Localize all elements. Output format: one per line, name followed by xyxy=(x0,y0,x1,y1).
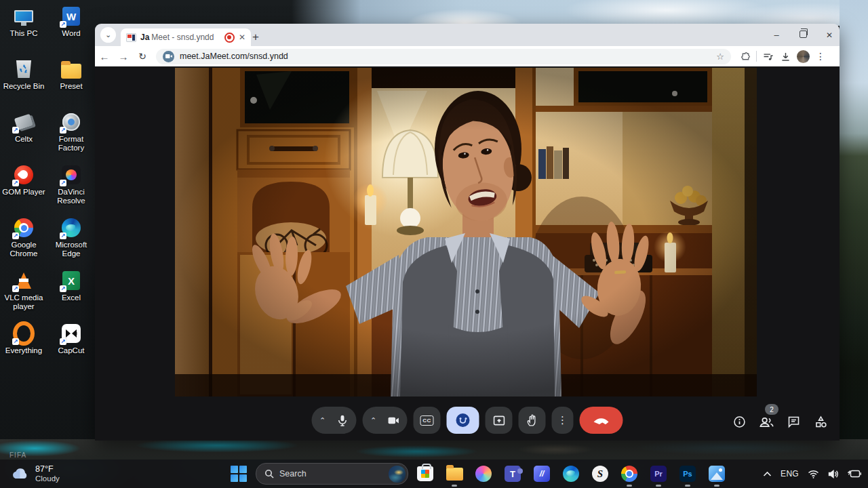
battery-icon[interactable] xyxy=(848,470,861,478)
profile-avatar[interactable] xyxy=(794,50,812,63)
taskbar-app-teams[interactable]: T xyxy=(504,465,521,483)
taskbar-app-photoshop[interactable]: Ps xyxy=(679,465,696,483)
activities-icon[interactable] xyxy=(812,413,829,430)
tray-chevron-icon[interactable] xyxy=(763,471,772,477)
phone-handset-icon xyxy=(593,416,610,424)
meeting-video-scene xyxy=(175,68,757,396)
desktop-icon-format-factory[interactable]: ↗ Format Factory xyxy=(47,108,95,161)
taskbar-app-premiere[interactable]: Pr xyxy=(650,465,667,483)
meet-secondary-controls: 2 xyxy=(731,413,829,430)
camera-options-chevron-icon[interactable]: ⌃ xyxy=(366,416,382,425)
back-button[interactable]: ← xyxy=(95,51,114,62)
search-highlight-image[interactable] xyxy=(389,466,406,483)
desktop-icon-word[interactable]: W↗ Word xyxy=(47,3,95,56)
desktop-icon-capcut[interactable]: ↗ CapCut xyxy=(47,320,95,373)
window-restore-button[interactable] xyxy=(793,29,813,41)
volume-icon[interactable] xyxy=(828,470,839,479)
window-minimize-button[interactable]: – xyxy=(766,29,787,41)
partial-desktop-label: FIFA xyxy=(9,451,26,460)
window-close-button[interactable]: ✕ xyxy=(819,29,840,41)
taskbar-app-copilot[interactable] xyxy=(475,465,492,483)
windows-logo-icon xyxy=(229,464,248,483)
end-call-button[interactable] xyxy=(580,407,623,434)
desktop-icon-vlc[interactable]: ↗ VLC media player xyxy=(0,267,47,320)
taskbar-app-photos[interactable] xyxy=(708,465,726,483)
taskbar-app-edge[interactable] xyxy=(562,465,580,483)
camera-icon[interactable] xyxy=(382,413,405,428)
desktop-icon-grid: This PC W↗ Word Recycle Bin Preset ↗ Cel… xyxy=(0,3,95,373)
desktop-icon-this-pc[interactable]: This PC xyxy=(0,3,47,56)
captions-button[interactable]: CC xyxy=(414,407,441,434)
cloud-icon xyxy=(11,467,30,481)
active-tab[interactable]: JaMeet - snsd.yndd ✕ xyxy=(121,28,251,46)
media-controls-icon[interactable] xyxy=(759,51,776,62)
taskbar-app-file-explorer[interactable] xyxy=(446,465,463,483)
reactions-button[interactable] xyxy=(447,407,479,434)
taskbar: 87°F Cloudy Search T // S Pr Ps ENG xyxy=(0,460,868,488)
browser-menu-icon[interactable]: ⋮ xyxy=(812,51,829,62)
wifi-icon[interactable] xyxy=(808,470,819,479)
this-pc-icon xyxy=(13,5,35,27)
raise-hand-button[interactable] xyxy=(519,407,546,434)
taskbar-center: Search T // S Pr Ps xyxy=(226,463,729,485)
url-text: meet.JaMeet.com/snsd.yndd xyxy=(180,52,711,61)
extensions-icon[interactable] xyxy=(736,51,754,62)
format-factory-icon: ↗ xyxy=(60,111,82,133)
search-icon xyxy=(264,469,274,479)
camera-button-group[interactable]: ⌃ xyxy=(363,407,408,434)
recycle-bin-icon xyxy=(13,58,35,80)
browser-window: ⌄ JaMeet - snsd.yndd ✕ + – ✕ ← → ↻ meet.… xyxy=(95,24,840,441)
meeting-details-icon[interactable] xyxy=(731,413,747,430)
edge-icon: ↗ xyxy=(60,217,82,239)
desktop-icon-google-chrome[interactable]: ↗ Google Chrome xyxy=(0,214,47,267)
excel-icon: X↗ xyxy=(60,270,82,291)
gom-player-icon: ↗ xyxy=(13,164,35,186)
smiley-icon xyxy=(456,413,470,427)
vlc-icon: ↗ xyxy=(13,270,35,291)
desktop-icon-davinci-resolve[interactable]: ↗ DaVinci Resolve xyxy=(47,161,95,214)
taskbar-app-chrome[interactable] xyxy=(620,465,638,483)
weather-widget[interactable]: 87°F Cloudy xyxy=(11,464,60,483)
recording-indicator-icon xyxy=(224,33,235,43)
language-indicator[interactable]: ENG xyxy=(781,469,799,479)
browser-toolbar: ← → ↻ meet.JaMeet.com/snsd.yndd ☆ ⋮ xyxy=(95,46,840,66)
capcut-icon: ↗ xyxy=(60,323,82,344)
downloads-icon[interactable] xyxy=(776,51,794,62)
microphone-icon[interactable] xyxy=(331,413,354,428)
mic-options-chevron-icon[interactable]: ⌃ xyxy=(315,416,331,425)
meet-favicon xyxy=(126,33,136,42)
desktop-icon-everything[interactable]: ↗ Everything xyxy=(0,320,47,373)
weather-temp: 87°F xyxy=(35,464,60,475)
system-tray: ENG xyxy=(763,469,861,479)
desktop-icon-excel[interactable]: X↗ Excel xyxy=(47,267,95,320)
start-button[interactable] xyxy=(230,465,248,483)
desktop-icon-recycle-bin[interactable]: Recycle Bin xyxy=(0,56,47,108)
desktop-icon-celtx[interactable]: ↗ Celtx xyxy=(0,108,47,161)
taskbar-app-s-circle[interactable]: S xyxy=(591,465,609,483)
taskbar-search[interactable]: Search xyxy=(256,463,408,485)
more-options-button[interactable]: ⋮ xyxy=(552,407,574,434)
camera-permission-icon[interactable] xyxy=(163,51,174,62)
microphone-button-group[interactable]: ⌃ xyxy=(312,407,357,434)
desktop-icon-microsoft-edge[interactable]: ↗ Microsoft Edge xyxy=(47,214,95,267)
present-screen-button[interactable] xyxy=(486,407,513,434)
everything-icon: ↗ xyxy=(13,323,35,344)
forward-button[interactable]: → xyxy=(114,51,133,62)
reload-button[interactable]: ↻ xyxy=(133,51,152,62)
meet-control-bar: ⌃ ⌃ CC xyxy=(312,407,623,434)
taskbar-app-microsoft-store[interactable] xyxy=(416,465,434,483)
bookmark-star-icon[interactable]: ☆ xyxy=(716,52,724,62)
address-bar[interactable]: meet.JaMeet.com/snsd.yndd ☆ xyxy=(156,49,731,64)
tab-close-icon[interactable]: ✕ xyxy=(239,33,245,42)
chat-icon[interactable] xyxy=(785,413,802,430)
participants-icon[interactable]: 2 xyxy=(758,413,774,430)
tab-search-button[interactable]: ⌄ xyxy=(100,27,116,43)
wallpaper-shoreline xyxy=(0,439,868,460)
participant-video-tile xyxy=(175,68,757,396)
chrome-icon: ↗ xyxy=(13,217,35,239)
new-tab-button[interactable]: + xyxy=(248,30,263,45)
desktop-icon-gom-player[interactable]: ↗ GOM Player xyxy=(0,161,47,214)
celtx-icon: ↗ xyxy=(13,111,35,133)
desktop-icon-preset[interactable]: Preset xyxy=(47,56,95,108)
taskbar-app-slash[interactable]: // xyxy=(533,465,551,483)
